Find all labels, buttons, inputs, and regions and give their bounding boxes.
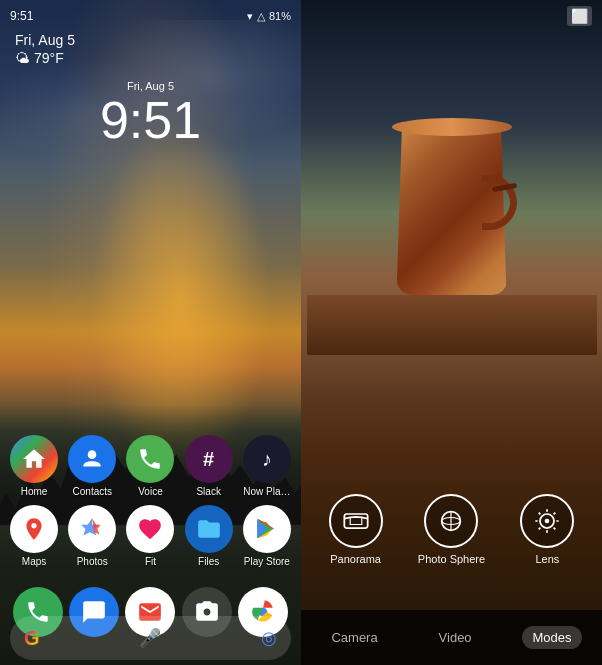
mic-icon[interactable]: 🎤: [139, 627, 161, 649]
mode-lens[interactable]: Lens: [520, 494, 574, 565]
voice-label: Voice: [138, 486, 162, 497]
clock-widget: Fri, Aug 5 9:51: [0, 80, 301, 146]
fit-label: Fit: [145, 556, 156, 567]
lens-icon[interactable]: ◎: [261, 627, 277, 649]
tab-video[interactable]: Video: [429, 626, 482, 649]
files-icon: [185, 505, 233, 553]
photos-icon: [68, 505, 116, 553]
slack-icon: #: [185, 435, 233, 483]
app-maps[interactable]: Maps: [7, 505, 61, 567]
app-photos[interactable]: Photos: [65, 505, 119, 567]
gallery-icon[interactable]: ⬜: [567, 6, 592, 26]
nowplaying-label: Now Pla…: [243, 486, 290, 497]
contacts-icon: [68, 435, 116, 483]
photos-label: Photos: [77, 556, 108, 567]
maps-icon: [10, 505, 58, 553]
photosphere-icon-circle: [424, 494, 478, 548]
cup-container: [387, 100, 517, 300]
app-nowplaying[interactable]: ♪ Now Pla…: [240, 435, 294, 497]
nowplaying-icon: ♪: [243, 435, 291, 483]
voice-icon: [126, 435, 174, 483]
weather-temp: 🌤 79°F: [15, 50, 75, 66]
left-panel: 9:51 ▾ △ 81% Fri, Aug 5 🌤 79°F Fri, Aug …: [0, 0, 301, 665]
tab-camera[interactable]: Camera: [321, 626, 387, 649]
photosphere-label: Photo Sphere: [418, 553, 485, 565]
camera-viewfinder: [301, 0, 602, 665]
status-bar-right: ⬜: [301, 0, 602, 28]
app-row-2: Maps Photos Fit: [5, 505, 296, 567]
lens-label: Lens: [535, 553, 559, 565]
svg-point-0: [88, 450, 97, 459]
mode-photosphere[interactable]: Photo Sphere: [418, 494, 485, 565]
search-bar[interactable]: G 🎤 ◎: [10, 616, 291, 660]
files-label: Files: [198, 556, 219, 567]
playstore-label: Play Store: [244, 556, 290, 567]
battery-label: 81%: [269, 10, 291, 22]
signal-icon: △: [257, 10, 265, 23]
weather-widget: Fri, Aug 5 🌤 79°F: [15, 32, 75, 66]
maps-label: Maps: [22, 556, 46, 567]
app-playstore[interactable]: Play Store: [240, 505, 294, 567]
app-slack[interactable]: # Slack: [182, 435, 236, 497]
app-voice[interactable]: Voice: [123, 435, 177, 497]
status-icons: ▾ △ 81%: [247, 10, 291, 23]
table-top: [307, 295, 597, 355]
camera-modes: Panorama Photo Sphere Lens: [301, 494, 602, 565]
slack-label: Slack: [196, 486, 220, 497]
svg-point-7: [545, 519, 550, 524]
weather-temp-value: 79°F: [34, 50, 64, 66]
panorama-icon-circle: [329, 494, 383, 548]
app-row-1: Home Contacts Voice: [5, 435, 296, 497]
tab-modes[interactable]: Modes: [522, 626, 581, 649]
app-fit[interactable]: Fit: [123, 505, 177, 567]
google-g-icon: G: [24, 627, 40, 650]
status-bar: 9:51 ▾ △ 81%: [0, 0, 301, 28]
clock-time: 9:51: [0, 94, 301, 146]
app-grid: Home Contacts Voice: [0, 435, 301, 575]
panorama-label: Panorama: [330, 553, 381, 565]
app-home[interactable]: Home: [7, 435, 61, 497]
wifi-icon: ▾: [247, 10, 253, 23]
home-icon: [10, 435, 58, 483]
playstore-icon: [243, 505, 291, 553]
right-panel: ⬜ Panorama Photo Sphere: [301, 0, 602, 665]
camera-bottom-bar: Camera Video Modes: [301, 610, 602, 665]
status-time: 9:51: [10, 9, 33, 23]
weather-icon: 🌤: [15, 50, 29, 66]
contacts-label: Contacts: [73, 486, 112, 497]
cup-rim: [392, 118, 512, 136]
app-files[interactable]: Files: [182, 505, 236, 567]
weather-date: Fri, Aug 5: [15, 32, 75, 48]
app-contacts[interactable]: Contacts: [65, 435, 119, 497]
fit-icon: [126, 505, 174, 553]
mode-panorama[interactable]: Panorama: [329, 494, 383, 565]
lens-icon-circle: [520, 494, 574, 548]
home-label: Home: [21, 486, 48, 497]
